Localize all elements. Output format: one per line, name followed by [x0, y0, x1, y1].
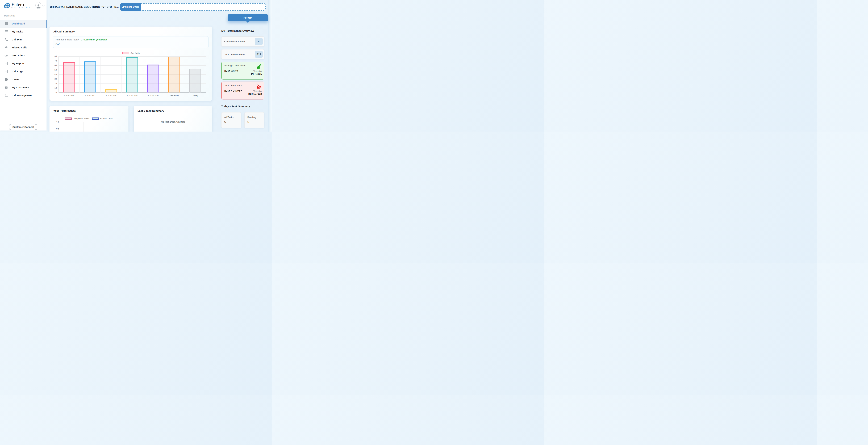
sidebar-item-label: Call Plan [12, 38, 22, 41]
stat-label: Total Ordered Items [224, 50, 245, 59]
bar-2023-07-27[interactable] [84, 61, 96, 93]
no-task-data-message: No Task Data Available [134, 121, 212, 123]
bar-2023-07-26[interactable] [63, 62, 75, 93]
people-icon [4, 94, 8, 97]
report-chart-icon [4, 62, 8, 65]
sidebar-item-ivr-orders[interactable]: IVR Orders [0, 52, 46, 60]
trend-up-icon [256, 64, 262, 70]
sidebar-item-call-management[interactable]: Call Management [0, 92, 46, 99]
sidebar-item-my-tasks[interactable]: My Tasks [0, 28, 46, 36]
sidebar-item-cases[interactable]: Cases [0, 75, 46, 84]
sidebar-item-call-plan[interactable]: Call Plan [0, 36, 46, 43]
last-5-task-summary-card: Last 5 Task Summary No Task Data Availab… [134, 106, 212, 132]
entero-logo-icon [3, 2, 11, 10]
stat-value-badge: 20 [255, 38, 263, 45]
stat-label: Customers Ordered [224, 37, 245, 46]
legend-completed-tasks[interactable]: Completed Tasks [65, 117, 90, 120]
customer-connect-label: Customer Connect [12, 126, 34, 128]
phone-icon [4, 38, 8, 41]
sidebar-item-label: My Report [12, 62, 24, 65]
highlight-label: Total Order Value [224, 84, 242, 87]
card-title: Your Performance [53, 109, 76, 112]
exclamation-circle-icon [4, 77, 8, 82]
sidebar-item-label: Missed Calls [12, 46, 27, 49]
call-logs-chart-icon [4, 70, 8, 73]
metric-delta: 27 Less than yesterday [81, 38, 107, 41]
all-call-summary-card: All Call Summary Number of calls Today 2… [50, 27, 212, 101]
compare-label: Yesterday [253, 90, 262, 92]
pending-tasks-card: Pending 5 [244, 112, 265, 128]
your-performance-card: Your Performance Completed TasksOrders T… [50, 106, 128, 132]
brand-header: Entero Healthcare Solutions Limited [0, 0, 46, 12]
legend-orders-taken[interactable]: Orders Taken [92, 117, 113, 120]
upselling-offers-box [120, 3, 266, 10]
main-menu: Dashboard My Tasks Call Plan Missed Call… [0, 20, 46, 99]
brand-tagline: Healthcare Solutions Limited [11, 7, 31, 9]
bar-Yesterday[interactable] [168, 57, 180, 93]
dashboard-icon [4, 22, 8, 26]
corner-bracket [35, 124, 37, 126]
missed-call-icon [4, 46, 8, 50]
sidebar-item-call-logs[interactable]: Call Logs [0, 67, 46, 75]
call-chart-legend[interactable]: # of Calls [50, 52, 212, 54]
sidebar: Entero Healthcare Solutions Limited Main… [0, 0, 46, 130]
sidebar-footer: Customer Connect [0, 123, 46, 130]
sidebar-item-dashboard[interactable]: Dashboard [0, 20, 46, 28]
today-task-summary-title: Today's Task Summary [221, 105, 250, 108]
bar-Today[interactable] [189, 69, 201, 93]
card-title: All Call Summary [53, 30, 75, 33]
legend-label: # of Calls [130, 52, 140, 54]
legend-swatch [65, 118, 72, 120]
sidebar-item-label: Call Logs [12, 70, 23, 73]
corner-bracket [9, 128, 11, 130]
customer-connect-button[interactable]: Customer Connect [9, 124, 37, 130]
bar-2023-07-28[interactable] [105, 89, 117, 93]
sidebar-item-label: Dashboard [12, 22, 25, 25]
menu-section-label: Main Menu [4, 14, 15, 17]
bar-2023-07-29[interactable] [126, 57, 138, 93]
total-ordered-items-card: Total Ordered Items 612 [221, 49, 265, 59]
total-order-value-card: Total Order Value INR 179037 Yesterday I… [221, 82, 265, 99]
calls-today-metric-box: Number of calls Today 27 Less than yeste… [53, 36, 209, 48]
up-selling-offers-button[interactable]: UP Selling Offers [120, 3, 141, 10]
sidebar-item-label: IVR Orders [12, 54, 25, 57]
user-tooltip: Poonam [227, 14, 268, 21]
legend-label: Orders Taken [100, 117, 113, 120]
dashboard-page: { "app": { "brand": { "name": "Entero", … [0, 0, 272, 132]
tasks-icon [4, 30, 8, 33]
legend-swatch [92, 118, 99, 120]
customers-ordered-card: Customers Ordered 20 [221, 36, 265, 46]
compare-value: INR 197022 [248, 93, 262, 95]
legend-label: Completed Tasks [73, 117, 90, 120]
chevron-down-icon[interactable] [42, 4, 44, 6]
sidebar-item-my-customers[interactable]: My Customers [0, 84, 46, 92]
mini-card-value: 5 [224, 121, 226, 124]
performance-chart-plot: 1.00.5 [61, 122, 128, 132]
trend-down-icon [256, 84, 262, 90]
mini-card-label: All Tasks [224, 116, 234, 119]
highlight-value: INR 179037 [224, 89, 242, 93]
page-scrollbar[interactable] [268, 0, 272, 132]
user-avatar[interactable] [35, 2, 41, 9]
call-chart-plot: 010203040506070802023-07-262023-07-27202… [59, 56, 206, 93]
sidebar-item-my-report[interactable]: My Report [0, 60, 46, 67]
performance-overview-title: My Performance Overview [221, 29, 254, 32]
compare-label: Yesterday [253, 70, 262, 72]
legend-swatch [122, 52, 129, 54]
person-icon [36, 3, 41, 8]
compare-value: INR 4805 [251, 72, 262, 75]
bar-2023-07-30[interactable] [147, 65, 159, 93]
sidebar-item-label: Call Management [12, 94, 32, 97]
voicemail-icon [4, 54, 8, 58]
metric-value: 52 [56, 42, 60, 46]
mini-card-label: Pending [247, 116, 256, 119]
corner-bracket [35, 128, 37, 130]
metric-label: Number of calls Today [56, 38, 79, 41]
sidebar-item-label: My Customers [12, 86, 29, 89]
sidebar-item-missed-calls[interactable]: Missed Calls [0, 43, 46, 52]
highlight-label: Average Order Value [224, 64, 246, 67]
corner-bracket [9, 124, 11, 126]
all-tasks-card: All Tasks 5 [221, 112, 241, 128]
average-order-value-card: Average Order Value INR 4839 Yesterday I… [221, 62, 265, 80]
performance-chart-legend: Completed TasksOrders Taken [50, 117, 128, 120]
